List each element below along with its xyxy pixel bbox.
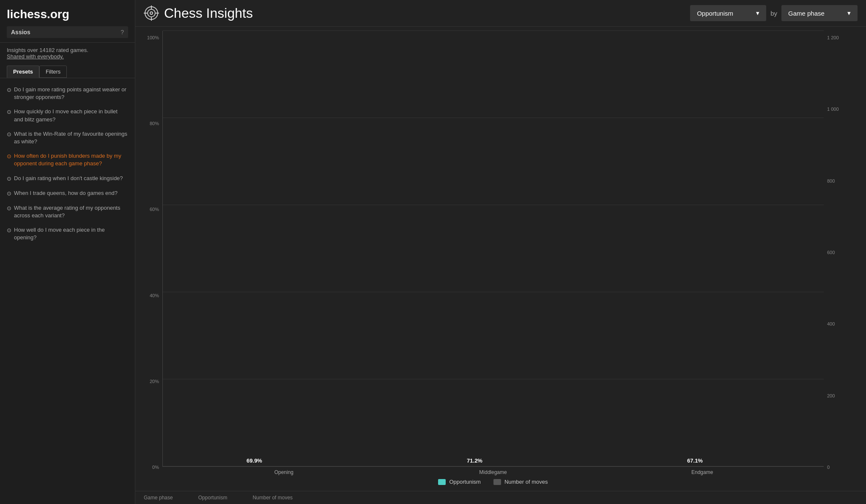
y-right-label: 0: [827, 465, 830, 470]
presets-list: ⊙Do I gain more rating points against we…: [0, 78, 135, 504]
chart-wrapper: 100%80%60%40%20%0% 69.9%71.2%67.1% Openi…: [144, 31, 858, 487]
y-right-label: 1 000: [827, 107, 839, 112]
legend-item-number-of-moves: Number of moves: [493, 479, 548, 485]
svg-point-2: [150, 12, 153, 14]
legend-item-opportunism: Opportunism: [438, 479, 480, 485]
y-left-label: 100%: [147, 35, 159, 40]
topbar: Chess Insights Opportunism ▾ by Game pha…: [135, 0, 866, 27]
preset-text: How often do I punish blunders made by m…: [14, 152, 128, 167]
svg-point-1: [148, 9, 155, 17]
insight-title-area: Chess Insights: [144, 5, 683, 21]
y-axis-right: 1 2001 0008006004002000: [824, 31, 858, 487]
preset-item-5[interactable]: ⊙Do I gain rating when I don't castle ki…: [7, 171, 128, 186]
dimension-selector: Opportunism ▾ by Game phase ▾: [690, 5, 858, 21]
preset-icon: ⊙: [7, 205, 11, 212]
games-info: Insights over 14182 rated games. Shared …: [0, 43, 135, 62]
preset-item-8[interactable]: ⊙How well do I move each piece in the op…: [7, 223, 128, 245]
y-left-label: 0%: [152, 465, 159, 470]
shared-link[interactable]: Shared with everybody.: [7, 53, 64, 60]
metric-chevron: ▾: [756, 9, 759, 17]
preset-icon: ⊙: [7, 175, 11, 183]
preset-text: What is the Win-Rate of my favourite ope…: [14, 130, 128, 145]
y-right-label: 1 200: [827, 35, 839, 40]
grid-line: [163, 292, 824, 292]
y-right-label: 400: [827, 321, 835, 326]
legend-label: Opportunism: [449, 479, 480, 485]
preset-item-1[interactable]: ⊙Do I gain more rating points against we…: [7, 82, 128, 104]
y-left-label: 40%: [150, 293, 159, 298]
legend-color: [438, 479, 446, 485]
preset-item-3[interactable]: ⊙What is the Win-Rate of my favourite op…: [7, 127, 128, 149]
preset-text: Do I gain rating when I don't castle kin…: [14, 175, 123, 182]
bar-label-opportunism: 71.2%: [467, 457, 482, 464]
preset-text: What is the average rating of my opponen…: [14, 204, 128, 219]
logo[interactable]: lichess.org: [7, 8, 128, 21]
by-label: by: [770, 10, 777, 17]
bottom-column-label: Number of moves: [252, 495, 293, 501]
main-content: Chess Insights Opportunism ▾ by Game pha…: [135, 0, 866, 504]
target-icon: [144, 5, 159, 21]
x-label-middlegame: Middlegame: [389, 469, 598, 475]
grid-line: [163, 466, 824, 466]
sidebar-header: lichess.org Assios ?: [0, 0, 135, 43]
x-label-opening: Opening: [179, 469, 389, 475]
dimension-chevron: ▾: [847, 9, 851, 17]
dimension-dropdown[interactable]: Game phase ▾: [781, 5, 858, 21]
chart-container: 100%80%60%40%20%0% 69.9%71.2%67.1% Openi…: [135, 27, 866, 491]
preset-icon: ⊙: [7, 227, 11, 234]
grid-line: [163, 118, 824, 118]
x-axis: OpeningMiddlegameEndgame: [162, 467, 824, 475]
bar-label-opportunism: 67.1%: [687, 457, 703, 464]
grid-line: [163, 30, 824, 31]
tab-presets[interactable]: Presets: [7, 66, 39, 78]
dimension-label: Game phase: [788, 10, 825, 17]
sidebar: lichess.org Assios ? Insights over 14182…: [0, 0, 135, 504]
preset-icon: ⊙: [7, 86, 11, 94]
bar-label-opportunism: 69.9%: [247, 457, 262, 464]
metric-label: Opportunism: [697, 10, 733, 17]
preset-item-6[interactable]: ⊙When I trade queens, how do games end?: [7, 186, 128, 201]
metric-dropdown[interactable]: Opportunism ▾: [690, 5, 766, 21]
preset-icon: ⊙: [7, 108, 11, 116]
preset-icon: ⊙: [7, 153, 11, 160]
preset-item-2[interactable]: ⊙How quickly do I move each piece in bul…: [7, 104, 128, 126]
preset-text: When I trade queens, how do games end?: [14, 189, 118, 197]
chart-plot: 69.9%71.2%67.1%: [162, 31, 824, 467]
bottom-column-label: Game phase: [144, 495, 173, 501]
x-label-endgame: Endgame: [597, 469, 807, 475]
bottom-column-label: Opportunism: [198, 495, 227, 501]
preset-text: Do I gain more rating points against wea…: [14, 86, 128, 101]
username: Assios: [11, 29, 30, 36]
preset-text: How well do I move each piece in the ope…: [14, 226, 128, 241]
y-right-label: 200: [827, 393, 835, 398]
question-icon[interactable]: ?: [121, 29, 124, 36]
y-right-label: 600: [827, 250, 835, 255]
y-left-label: 60%: [150, 207, 159, 212]
games-count-text: Insights over 14182 rated games.: [7, 47, 88, 53]
y-left-label: 20%: [150, 379, 159, 384]
legend: OpportunismNumber of moves: [162, 475, 824, 487]
legend-color: [493, 479, 501, 485]
username-row: Assios ?: [7, 26, 128, 38]
page-title: Chess Insights: [164, 5, 253, 21]
legend-label: Number of moves: [504, 479, 548, 485]
grid-line: [163, 379, 824, 379]
tab-filters[interactable]: Filters: [39, 66, 67, 78]
preset-item-4[interactable]: ⊙How often do I punish blunders made by …: [7, 149, 128, 171]
chart-main: 69.9%71.2%67.1% OpeningMiddlegameEndgame…: [162, 31, 824, 487]
preset-icon: ⊙: [7, 131, 11, 138]
bottom-bar: Game phaseOpportunismNumber of moves: [135, 491, 866, 504]
grid-line: [163, 205, 824, 205]
preset-item-7[interactable]: ⊙What is the average rating of my oppone…: [7, 201, 128, 223]
y-axis-left: 100%80%60%40%20%0%: [144, 31, 162, 487]
tabs-row: Presets Filters: [0, 62, 135, 78]
y-right-label: 800: [827, 178, 835, 184]
preset-icon: ⊙: [7, 190, 11, 197]
bars-area: 69.9%71.2%67.1%: [163, 31, 824, 466]
preset-text: How quickly do I move each piece in bull…: [14, 108, 128, 123]
y-left-label: 80%: [150, 121, 159, 126]
